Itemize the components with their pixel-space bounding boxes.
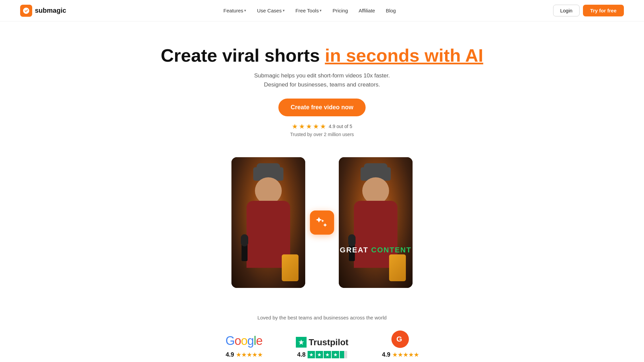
- tp-star-3: ★: [324, 351, 331, 358]
- google-rating-row: 4.9 ★ ★ ★ ★ ★: [226, 351, 262, 358]
- center-logo: [310, 210, 334, 235]
- video-comparison: GREAT CONTENT: [0, 150, 644, 305]
- trustpilot-stars: ★ ★ ★ ★: [308, 351, 347, 358]
- magic-wand-icon: [315, 215, 329, 230]
- chevron-down-icon: ▾: [283, 8, 285, 13]
- brands-section: Loved by the best teams and businesses a…: [0, 305, 644, 362]
- nav-affiliate[interactable]: Affiliate: [354, 5, 380, 16]
- google-brand: Google 4.9 ★ ★ ★ ★ ★: [225, 334, 262, 358]
- microphone: [241, 241, 248, 261]
- nav-free-tools[interactable]: Free Tools ▾: [291, 5, 327, 16]
- trustpilot-text: Trustpilot: [309, 337, 348, 348]
- login-button[interactable]: Login: [553, 5, 580, 16]
- nav-pricing[interactable]: Pricing: [328, 5, 353, 16]
- product-box-2: [389, 254, 406, 281]
- navbar: submagic Features ▾ Use Cases ▾ Free Too…: [0, 0, 644, 21]
- rating-stars: ★ ★ ★ ★ ★: [292, 122, 326, 130]
- video-before: [231, 157, 305, 288]
- video-bg-right: GREAT CONTENT: [339, 157, 413, 288]
- trustpilot-logo: Trustpilot: [296, 337, 348, 348]
- create-free-video-button[interactable]: Create free video now: [278, 99, 365, 116]
- subtitle-overlay: GREAT CONTENT: [340, 246, 412, 254]
- nav-blog[interactable]: Blog: [381, 5, 400, 16]
- brand-name: submagic: [35, 7, 66, 14]
- g2-score: 4.9: [382, 351, 390, 358]
- star-5: ★: [320, 122, 326, 130]
- tp-star-5-half: [340, 351, 347, 358]
- trustpilot-icon: [296, 337, 307, 348]
- trustpilot-brand: Trustpilot 4.8 ★ ★ ★ ★: [296, 337, 348, 358]
- try-for-free-button[interactable]: Try for free: [583, 5, 624, 16]
- video-bg-left: [231, 157, 305, 288]
- tp-star-2: ★: [316, 351, 323, 358]
- brands-row: Google 4.9 ★ ★ ★ ★ ★: [20, 330, 624, 358]
- star-1: ★: [292, 122, 298, 130]
- video-after: GREAT CONTENT: [339, 157, 413, 288]
- trustpilot-rating-row: 4.8 ★ ★ ★ ★: [297, 351, 347, 358]
- submagic-icon: [22, 7, 30, 14]
- trusted-users-text: Trusted by over 2 million users: [290, 132, 354, 137]
- google-logo: Google: [225, 334, 262, 348]
- nav-features[interactable]: Features ▾: [219, 5, 251, 16]
- person-head: [255, 177, 282, 204]
- trustpilot-score: 4.8: [297, 351, 306, 358]
- brands-loved-text: Loved by the best teams and businesses a…: [20, 315, 624, 320]
- g2-brand: G2 4.9 ★ ★ ★ ★ ★: [382, 330, 419, 358]
- tp-star-1: ★: [308, 351, 315, 358]
- tp-star-4: ★: [332, 351, 339, 358]
- star-4: ★: [313, 122, 319, 130]
- rating-score: 4.9 out of 5: [329, 124, 352, 129]
- google-stars: ★ ★ ★ ★ ★: [236, 352, 262, 358]
- google-score: 4.9: [226, 351, 234, 358]
- star-2: ★: [299, 122, 305, 130]
- nav-use-cases[interactable]: Use Cases ▾: [252, 5, 289, 16]
- chevron-down-icon: ▾: [244, 8, 246, 13]
- logo[interactable]: submagic: [20, 5, 66, 17]
- person-head-2: [362, 177, 389, 204]
- product-box: [282, 254, 299, 281]
- nav-links: Features ▾ Use Cases ▾ Free Tools ▾ Pric…: [219, 5, 400, 16]
- g2-logo: G2: [391, 330, 409, 348]
- logo-icon: [20, 5, 32, 17]
- trustpilot-star-icon: [298, 339, 305, 346]
- g2-logo-wrap: G2: [391, 330, 409, 348]
- g2-stars: ★ ★ ★ ★ ★: [392, 352, 419, 358]
- g2-rating-row: 4.9 ★ ★ ★ ★ ★: [382, 351, 419, 358]
- hero-subtext: Submagic helps you edit short-form video…: [7, 71, 637, 89]
- hero-headline: Create viral shorts in seconds with AI: [7, 45, 637, 66]
- nav-actions: Login Try for free: [553, 5, 624, 16]
- hero-rating: ★ ★ ★ ★ ★ 4.9 out of 5 Trusted by over 2…: [7, 122, 637, 137]
- star-3: ★: [306, 122, 312, 130]
- chevron-down-icon: ▾: [320, 8, 322, 13]
- hero-section: Create viral shorts in seconds with AI S…: [0, 21, 644, 150]
